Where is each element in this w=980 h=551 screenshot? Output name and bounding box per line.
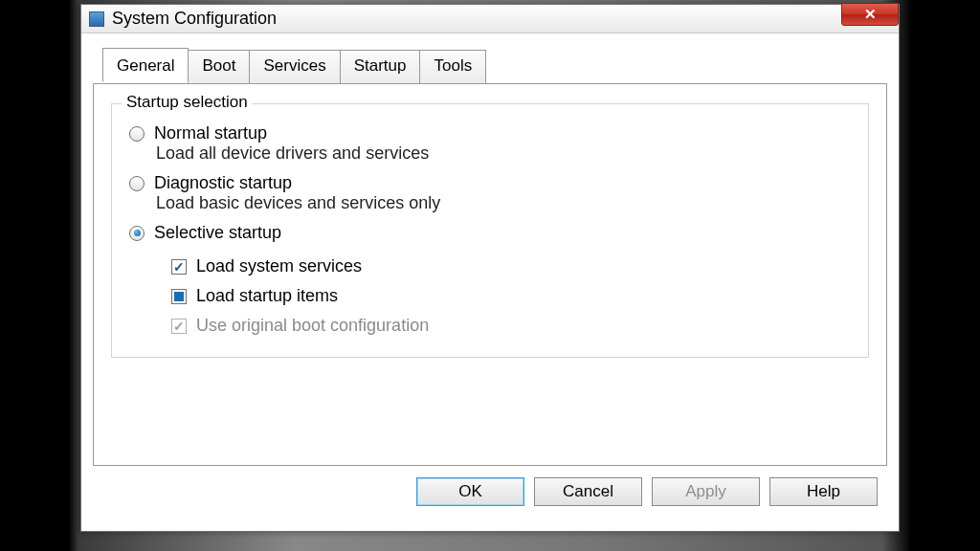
- tab-general[interactable]: General: [102, 48, 189, 82]
- system-configuration-window: System Configuration ✕ General Boot Serv…: [80, 4, 900, 532]
- group-title: Startup selection: [122, 93, 253, 112]
- dialog-buttons: OK Cancel Apply Help: [93, 466, 887, 519]
- checkbox-icon: [171, 289, 187, 304]
- radio-icon: [129, 226, 145, 241]
- checkbox-load-startup-items[interactable]: Load startup items: [171, 286, 851, 306]
- cancel-button[interactable]: Cancel: [534, 477, 642, 506]
- checkbox-icon: [171, 319, 187, 334]
- ok-button[interactable]: OK: [416, 477, 524, 506]
- radio-label: Normal startup: [154, 123, 267, 143]
- checkbox-use-original-boot: Use original boot configuration: [171, 316, 851, 336]
- checkbox-label: Load system services: [196, 256, 362, 276]
- radio-label: Selective startup: [154, 223, 281, 243]
- titlebar[interactable]: System Configuration ✕: [81, 5, 899, 33]
- checkbox-icon: [171, 259, 187, 275]
- checkbox-load-system-services[interactable]: Load system services: [171, 256, 851, 276]
- startup-selection-group: Startup selection Normal startup Load al…: [111, 103, 869, 358]
- close-button[interactable]: ✕: [841, 3, 899, 26]
- tab-services[interactable]: Services: [249, 50, 340, 84]
- app-icon: [89, 11, 104, 27]
- checkbox-label: Load startup items: [196, 286, 338, 306]
- window-title: System Configuration: [112, 9, 277, 29]
- radio-label: Diagnostic startup: [154, 173, 292, 193]
- radio-normal-startup[interactable]: Normal startup: [129, 123, 851, 143]
- apply-button: Apply: [652, 477, 760, 506]
- radio-icon: [129, 176, 145, 191]
- tab-boot[interactable]: Boot: [188, 50, 250, 84]
- radio-selective-startup[interactable]: Selective startup: [129, 223, 851, 243]
- tab-startup[interactable]: Startup: [340, 50, 421, 84]
- help-button[interactable]: Help: [769, 477, 878, 506]
- tab-tools[interactable]: Tools: [419, 50, 486, 84]
- radio-icon: [129, 126, 145, 142]
- diagnostic-startup-desc: Load basic devices and services only: [156, 193, 851, 213]
- client-area: General Boot Services Startup Tools Star…: [81, 33, 899, 531]
- tabstrip: General Boot Services Startup Tools: [93, 50, 887, 84]
- tab-panel-general: Startup selection Normal startup Load al…: [93, 83, 887, 466]
- radio-diagnostic-startup[interactable]: Diagnostic startup: [129, 173, 851, 193]
- checkbox-label: Use original boot configuration: [196, 316, 429, 336]
- normal-startup-desc: Load all device drivers and services: [156, 143, 851, 164]
- close-icon: ✕: [864, 6, 877, 23]
